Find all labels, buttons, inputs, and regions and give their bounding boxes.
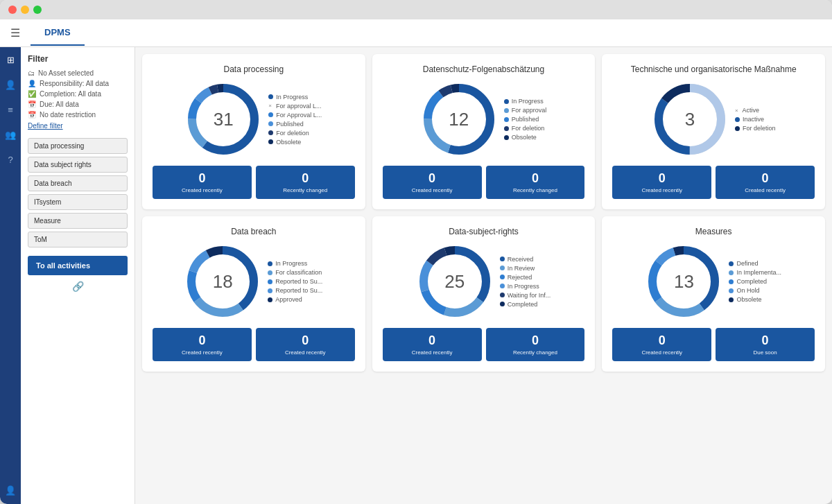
stat-button-1[interactable]: 0 Recently changed xyxy=(486,328,585,361)
stat-label: Created recently xyxy=(156,349,248,356)
stat-label: Created recently xyxy=(616,349,708,356)
card-footer: 0 Created recently 0 Created recently xyxy=(612,166,815,199)
legend-dot xyxy=(504,108,509,113)
nav-group-icon[interactable]: 👥 xyxy=(3,128,17,141)
stat-number: 0 xyxy=(719,171,811,186)
filter-btn-tom[interactable]: ToM xyxy=(28,232,128,247)
donut-container: 25 xyxy=(417,243,493,320)
stat-button-1[interactable]: 0 Recently changed xyxy=(256,166,355,199)
legend-dot xyxy=(268,261,272,266)
legend-item: For deletion xyxy=(504,125,547,132)
filter-completion-text: Completion: All data xyxy=(40,90,101,98)
completion-icon: ✅ xyxy=(28,90,36,98)
nav-help-icon[interactable]: ? xyxy=(3,153,17,166)
stat-button-1[interactable]: 0 Recently changed xyxy=(486,166,585,199)
legend-label: Published xyxy=(512,116,539,123)
nav-list-icon[interactable]: ≡ xyxy=(3,103,17,116)
legend-label: Active xyxy=(743,107,760,114)
card-footer: 0 Created recently 0 Due soon xyxy=(612,328,815,361)
legend-label: Defined xyxy=(736,260,758,267)
stat-label: Recently changed xyxy=(259,187,352,193)
legend-dot xyxy=(735,117,740,122)
legend-item: Defined xyxy=(729,260,781,267)
donut-container: 31 xyxy=(185,81,261,157)
minimize-button[interactable] xyxy=(21,6,29,14)
stat-number: 0 xyxy=(386,333,478,348)
filter-completion: ✅ Completion: All data xyxy=(28,90,128,98)
legend-item: Approved xyxy=(268,296,322,303)
close-button[interactable] xyxy=(8,6,17,14)
legend-dot xyxy=(729,297,734,302)
legend-label: On Hold xyxy=(736,287,759,294)
legend: Received In Review Rejected In Progress … xyxy=(500,256,551,308)
legend-label: Obsolete xyxy=(736,296,761,303)
legend-label: In Progress xyxy=(508,283,539,290)
donut-number: 18 xyxy=(213,271,233,293)
legend-dot xyxy=(268,94,273,99)
legend-label: In Review xyxy=(508,265,535,272)
filter-panel: Filter 🗂 No Asset selected 👤 Responsibil… xyxy=(21,47,135,504)
legend-item: × For approval L... xyxy=(268,103,322,110)
stat-button-0[interactable]: 0 Created recently xyxy=(383,328,482,361)
filter-date-text: No date restriction xyxy=(40,111,96,119)
legend-dot xyxy=(268,279,272,284)
tab-bar: DPMS xyxy=(31,20,85,46)
legend-dot xyxy=(268,139,273,144)
nav-profile-icon[interactable]: 👤 xyxy=(3,483,17,497)
nav-sidebar: ⊞ 👤 ≡ 👥 ? 👤 xyxy=(0,47,21,504)
legend-label: For classification xyxy=(275,269,322,276)
legend-dot xyxy=(504,99,509,104)
card-footer: 0 Created recently 0 Recently changed xyxy=(383,166,585,199)
activities-button[interactable]: To all activities xyxy=(28,256,128,275)
card-5: Measures 13 Defined In Implementa... Com… xyxy=(602,216,825,372)
legend: × Active Inactive For deletion xyxy=(735,107,776,132)
filter-btn-data-subject[interactable]: Data subject rights xyxy=(28,157,128,173)
stat-button-0[interactable]: 0 Created recently xyxy=(383,166,482,199)
filter-btn-itsystem[interactable]: ITsystem xyxy=(28,194,128,210)
legend-item: For classification xyxy=(268,269,322,276)
stat-button-0[interactable]: 0 Created recently xyxy=(153,328,252,361)
menu-icon[interactable]: ☰ xyxy=(10,26,20,40)
donut-number: 31 xyxy=(214,109,234,130)
donut-number: 13 xyxy=(674,271,694,293)
legend-label: For deletion xyxy=(276,130,309,137)
stat-button-0[interactable]: 0 Created recently xyxy=(153,166,252,199)
maximize-button[interactable] xyxy=(33,6,42,14)
legend-dot xyxy=(735,126,740,131)
stat-label: Created recently xyxy=(719,187,811,193)
legend-dot xyxy=(729,279,734,284)
filter-btn-measure[interactable]: Measure xyxy=(28,213,128,229)
legend-dot xyxy=(729,261,734,266)
nav-home-icon[interactable]: ⊞ xyxy=(3,53,17,67)
legend-item: For deletion xyxy=(268,130,322,137)
legend-label: In Progress xyxy=(275,260,307,267)
stat-label: Recently changed xyxy=(489,349,582,356)
donut-container: 12 xyxy=(421,81,497,157)
filter-btn-data-breach[interactable]: Data breach xyxy=(28,175,128,191)
tab-dpms[interactable]: DPMS xyxy=(31,20,85,46)
nav-user-icon[interactable]: 👤 xyxy=(3,78,17,92)
card-title: Technische und organisatorische Maßnahme xyxy=(612,64,815,74)
stat-label: Due soon xyxy=(719,349,811,356)
legend-item: Completed xyxy=(500,301,551,308)
define-filter-link[interactable]: Define filter xyxy=(28,122,128,130)
legend-dot xyxy=(504,135,509,140)
stat-button-1[interactable]: 0 Created recently xyxy=(716,166,815,199)
card-body: 3 × Active Inactive For deletion xyxy=(612,81,815,157)
legend-dot xyxy=(500,275,505,279)
filter-due: 📅 Due: All data xyxy=(28,101,128,108)
legend-item: Published xyxy=(268,121,322,128)
stat-label: Created recently xyxy=(259,349,352,356)
stat-button-1[interactable]: 0 Due soon xyxy=(716,328,815,361)
donut-container: 18 xyxy=(184,243,261,320)
legend-prefix: × xyxy=(735,107,738,114)
legend-dot xyxy=(500,293,505,297)
filter-btn-data-processing[interactable]: Data processing xyxy=(28,138,128,154)
legend-item: Published xyxy=(504,116,547,123)
stat-button-1[interactable]: 0 Created recently xyxy=(256,328,355,361)
legend-item: Reported to Su... xyxy=(268,287,322,294)
stat-button-0[interactable]: 0 Created recently xyxy=(612,166,711,199)
stat-button-0[interactable]: 0 Created recently xyxy=(612,328,711,361)
legend-item: Obsolete xyxy=(268,139,322,146)
legend-label: In Implementa... xyxy=(736,269,781,276)
